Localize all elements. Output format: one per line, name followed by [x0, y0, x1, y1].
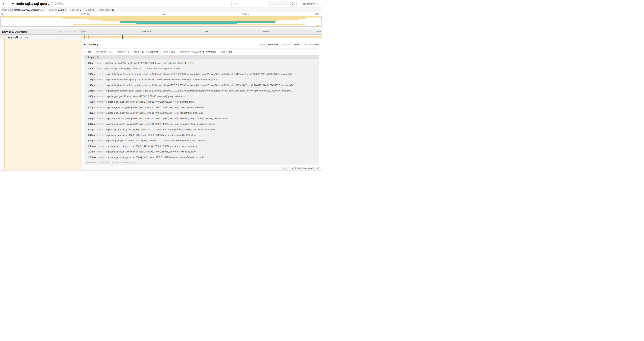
log-marker-tick	[314, 35, 314, 39]
equals-sign: =	[226, 51, 227, 53]
log-row[interactable]: ›678μs:event=‹sql/distsql_physical_plann…	[84, 138, 319, 143]
expand-all-icon[interactable]: »	[74, 31, 75, 33]
chevron-right-icon: ›	[86, 62, 88, 64]
page-title: node sql1: sql query	[16, 2, 49, 6]
log-timestamp: 80μs:	[88, 67, 94, 70]
log-field-key: event	[96, 67, 102, 70]
minimap-left-scrubber[interactable]	[1, 17, 2, 23]
log-marker-tick	[84, 35, 84, 39]
log-field-key: event	[97, 128, 103, 131]
log-row[interactable]: ›189μs:event=‹sql/catalog/lease/descript…	[84, 82, 319, 88]
tags-row[interactable]: › Tags: _unfinished=1_verbose=1client=12…	[84, 49, 319, 54]
trace-view-selector[interactable]: Trace Timeline ∨	[298, 1, 320, 6]
log-timestamp: 2.79ms:	[88, 156, 96, 159]
log-row[interactable]: ›597μs:event=‹sql/distsql_running.go:498…	[84, 132, 319, 138]
back-button[interactable]: ←	[0, 0, 9, 7]
log-row[interactable]: ›80μs:event=‹sql/plan_opt.go:358 [nsql1,…	[84, 66, 319, 71]
log-row[interactable]: ›34μs:event=‹sql/exec_util.go:2297 [nsql…	[84, 60, 319, 66]
equals-sign: =	[103, 134, 104, 136]
log-row[interactable]: ›476μs:event=‹sql/conn_executor_exec.go:…	[84, 105, 319, 110]
log-row[interactable]: ›459μs:event=‹sql/conn_executor_exec.go:…	[84, 99, 319, 105]
log-field-key: event	[96, 62, 102, 64]
stat-duration-label: Duration:	[282, 43, 291, 46]
span-duration-bar[interactable]	[82, 36, 322, 38]
log-row[interactable]: ›495μs:event=‹sql/conn_executor_exec.go:…	[84, 116, 319, 121]
trace-collapse-icon[interactable]: ∨	[12, 2, 14, 5]
tag-key: statement	[180, 51, 190, 53]
equals-sign: =	[104, 145, 106, 147]
keyboard-shortcuts-button[interactable]: ⌘	[290, 1, 296, 6]
expand-one-icon[interactable]: ›	[65, 31, 66, 33]
collapse-one-icon[interactable]: ∨	[60, 31, 62, 33]
summary-label: Services	[70, 9, 79, 11]
summary-value: 2.79ms	[58, 9, 66, 11]
span-id-label: SpanID:	[282, 167, 290, 170]
log-row[interactable]: ›2.69ms:event=‹sql/conn_executor_exec.go…	[84, 143, 319, 149]
log-row[interactable]: ›142μs:event=‹sql/catalog/lease/descript…	[84, 71, 319, 77]
log-field-value: ‹sql/exec_util.go:2297 [nsql1,client=127…	[104, 62, 193, 64]
log-field-value: ‹sql/catalog/lease/descriptor_version_st…	[106, 89, 292, 92]
chevron-down-icon[interactable]: ∨	[0, 36, 4, 39]
equals-sign: =	[103, 128, 104, 131]
log-field-value: ‹sql/conn_executor_exec.go:2046 [nsql1,c…	[107, 156, 205, 159]
locate-icon[interactable]: ◎	[271, 3, 273, 5]
equals-sign: =	[140, 51, 141, 53]
log-field-key: event	[97, 95, 103, 98]
collapse-controls: ∨ › » »	[60, 31, 75, 33]
tag-value: root	[228, 51, 232, 53]
stat-start-time: Start Time:0μs	[302, 43, 319, 46]
trace-summary-item: Duration2.79ms	[46, 9, 68, 11]
log-marker-tick	[88, 35, 88, 39]
minimap-canvas[interactable]	[0, 16, 322, 27]
find-group: ◎ ∧ ∨ ×	[232, 1, 288, 6]
equals-sign: =	[190, 51, 192, 53]
log-timestamp: 486μs:	[88, 112, 96, 114]
log-row[interactable]: ›2.7ms:event=‹sql/conn_executor_exec.go:…	[84, 149, 319, 154]
log-timestamp: 189μs:	[88, 84, 96, 87]
log-marker-tick	[123, 35, 124, 39]
chevron-right-icon[interactable]: ›	[84, 50, 85, 53]
chevron-right-icon: ›	[86, 134, 88, 136]
equals-sign: =	[103, 123, 104, 125]
logs-header[interactable]: ∨ Logs (18)	[84, 55, 319, 60]
equals-sign: =	[103, 73, 104, 75]
log-row[interactable]: ›176μs:event=‹sql/catalog/descs/descript…	[84, 77, 319, 82]
span-color-bar	[4, 35, 5, 40]
equals-sign: =	[103, 117, 104, 120]
minimap-span	[74, 24, 305, 25]
chevron-right-icon: ›	[86, 112, 88, 114]
top-bar: ← ∨ node sql1: sql query 7418682 ◎ ∧ ∨ ×…	[0, 0, 322, 7]
time-tick-label: 0μs	[0, 13, 4, 16]
clear-icon[interactable]: ×	[285, 3, 287, 5]
minimap-right-scrubber[interactable]	[320, 17, 321, 22]
log-row[interactable]: ›366μs:event=‹sql/plan_opt.go:358 [nsql1…	[84, 93, 319, 99]
tag-item: client=127.0.0.1:59936	[131, 51, 160, 53]
log-timestamp: 34μs:	[88, 62, 94, 64]
log-field-value: ‹sql/conn_executor_exec.go:684 [nsql1,cl…	[106, 150, 196, 153]
log-field-value: ‹sql/distsql_physical_planner.go:828 [ns…	[106, 139, 206, 142]
tag-value: 1	[128, 51, 129, 53]
log-field-value: ‹sql/catalog/lease/descriptor_version_st…	[106, 84, 293, 87]
chevron-up-icon[interactable]: ∧	[276, 3, 278, 5]
tag-item: _unfinished=1	[93, 51, 113, 53]
find-input[interactable]	[232, 1, 269, 6]
span-track[interactable]	[81, 35, 322, 40]
minimap-span	[120, 21, 276, 23]
tag-item: statement=SELECT * FROM users	[177, 51, 218, 53]
log-row[interactable]: ›502μs:event=‹sql/conn_executor_exec.go:…	[84, 121, 319, 127]
span-name-cell[interactable]: ∨ node sql1 sql query	[0, 35, 81, 40]
log-timestamp: 2.69ms:	[88, 145, 96, 147]
log-row[interactable]: ›486μs:event=‹sql/conn_executor_exec.go:…	[84, 110, 319, 116]
link-icon[interactable]	[317, 167, 320, 170]
log-row[interactable]: ›201μs:event=‹sql/catalog/lease/descript…	[84, 88, 319, 93]
trace-summary-item: Depth6	[84, 9, 96, 11]
chevron-down-icon[interactable]: ∨	[280, 3, 282, 5]
log-field-key: event	[97, 101, 103, 103]
log-row[interactable]: ›2.79ms:event=‹sql/conn_executor_exec.go…	[84, 154, 319, 160]
collapse-all-icon[interactable]: »	[69, 31, 71, 33]
column-resize-grip[interactable]	[79, 31, 80, 33]
span-detail-row: sql query Service:node sql1 Duration:2.7…	[0, 40, 322, 171]
equals-sign: =	[104, 156, 106, 158]
log-row[interactable]: ›574μs:event=‹sql/distsql_running.go:142…	[84, 127, 319, 132]
summary-label: Depth	[86, 9, 92, 11]
